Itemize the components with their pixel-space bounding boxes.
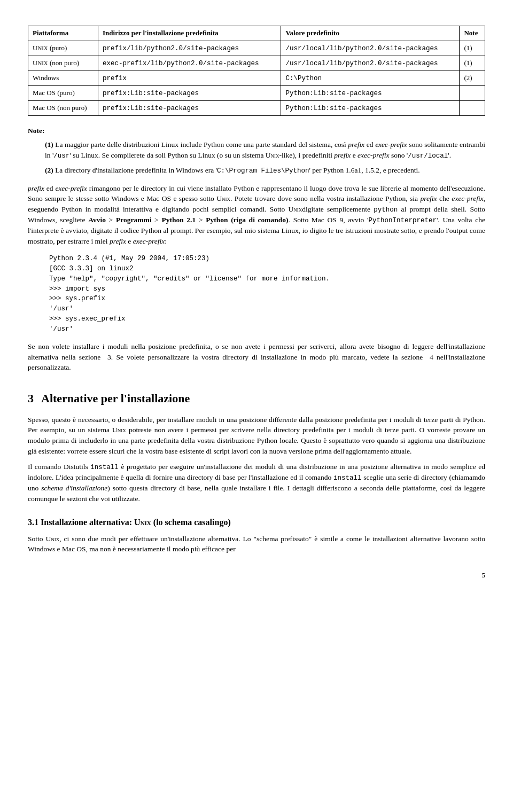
platform-cell: Mac OS (puro) <box>28 86 98 101</box>
platform-cell: Mac OS (non puro) <box>28 101 98 116</box>
value-cell: C:\Python <box>281 71 460 86</box>
notes-section: Note: (1) La maggior parte delle distrib… <box>28 126 485 175</box>
address-cell: prefix/lib/python2.0/site-packages <box>98 41 281 56</box>
section-31-heading: 3.1 Installazione alternativa: Unix (lo … <box>28 516 485 528</box>
value-cell: /usr/local/lib/python2.0/site-packages <box>281 41 460 56</box>
value-cell: /usr/local/lib/python2.0/site-packages <box>281 56 460 71</box>
col-platform: Piattaforma <box>28 26 98 41</box>
code-example: Python 2.3.4 (#1, May 29 2004, 17:05:23)… <box>49 254 485 334</box>
section3-para2: Il comando Distutils install è progettat… <box>28 462 485 504</box>
table-row: Mac OS (puro) prefix:Lib:site-packages P… <box>28 86 485 101</box>
section31-para1: Sotto Unix, ci sono due modi per effettu… <box>28 534 485 555</box>
installation-table: Piattaforma Indirizzo per l'installazion… <box>28 26 485 116</box>
address-cell: exec-prefix/lib/python2.0/site-packages <box>98 56 281 71</box>
address-cell: prefix:Lib:site-packages <box>98 101 281 116</box>
note-cell <box>460 101 485 116</box>
note-cell <box>460 86 485 101</box>
table-row: Mac OS (non puro) prefix:Lib:site-packag… <box>28 101 485 116</box>
value-cell: Python:Lib:site-packages <box>281 101 460 116</box>
value-cell: Python:Lib:site-packages <box>281 86 460 101</box>
col-value: Valore predefinito <box>281 26 460 41</box>
platform-cell: Windows <box>28 71 98 86</box>
section-31-num: 3.1 <box>28 518 38 527</box>
para-prefix: prefix ed exec-prefix rimangono per le d… <box>28 183 485 247</box>
note-2: (2) La directory d'installazione predefi… <box>45 165 485 176</box>
note-cell: (2) <box>460 71 485 86</box>
platform-cell: UNIX (non puro) <box>28 56 98 71</box>
page-number: 5 <box>28 571 485 581</box>
section3-para1: Spesso, questo è necessario, o desiderab… <box>28 415 485 456</box>
section-31-title-text: Installazione alternativa: Unix (lo sche… <box>41 518 231 527</box>
note-1: (1) La maggior parte delle distribuzioni… <box>45 139 485 161</box>
section-3-heading: 3 Alternative per l'installazione <box>28 390 485 407</box>
note-label: Note: <box>28 126 485 136</box>
table-row: Windows prefix C:\Python (2) <box>28 71 485 86</box>
para-alternative: Se non volete installare i moduli nella … <box>28 341 485 373</box>
note-cell: (1) <box>460 41 485 56</box>
table-row: UNIX (non puro) exec-prefix/lib/python2.… <box>28 56 485 71</box>
address-cell: prefix:Lib:site-packages <box>98 86 281 101</box>
table-row: UNIX (puro) prefix/lib/python2.0/site-pa… <box>28 41 485 56</box>
note-cell: (1) <box>460 56 485 71</box>
col-address: Indirizzo per l'installazione predefinit… <box>98 26 281 41</box>
address-cell: prefix <box>98 71 281 86</box>
section-3-num: 3 <box>28 390 34 407</box>
col-note: Note <box>460 26 485 41</box>
platform-cell: UNIX (puro) <box>28 41 98 56</box>
section-3-title: Alternative per l'installazione <box>41 390 190 407</box>
